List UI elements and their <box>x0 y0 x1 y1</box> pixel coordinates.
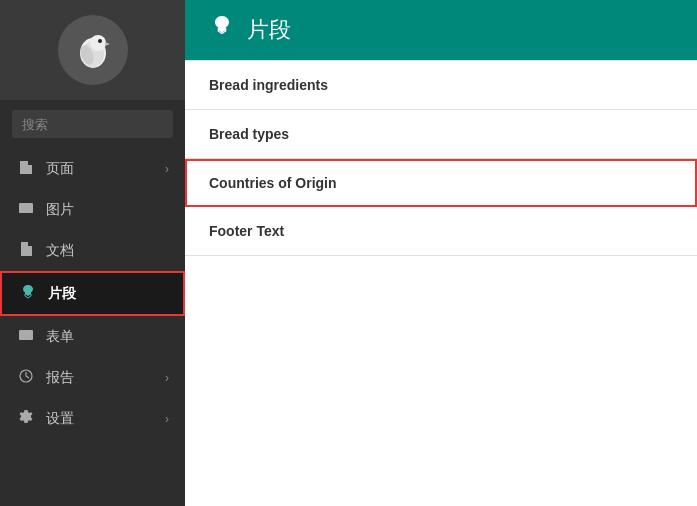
reports-arrow: › <box>165 371 169 385</box>
snippet-item-bread-ingredients[interactable]: Bread ingredients <box>185 60 697 110</box>
sidebar: 🔍 页面 › 图片 文档 片段 <box>0 0 185 506</box>
snippet-item-bread-types[interactable]: Bread types <box>185 110 697 159</box>
snippets-label: 片段 <box>48 285 167 303</box>
images-icon <box>16 200 36 219</box>
sidebar-item-settings[interactable]: 设置 › <box>0 398 185 439</box>
bird-icon <box>70 27 116 73</box>
sidebar-item-snippets[interactable]: 片段 <box>0 271 185 316</box>
svg-point-2 <box>90 35 106 51</box>
settings-icon <box>16 409 36 428</box>
header-title: 片段 <box>247 15 291 45</box>
snippet-label-bread-ingredients: Bread ingredients <box>209 77 328 93</box>
sidebar-nav: 页面 › 图片 文档 片段 表单 <box>0 148 185 506</box>
documents-icon <box>16 241 36 260</box>
logo-circle <box>58 15 128 85</box>
settings-arrow: › <box>165 412 169 426</box>
pages-label: 页面 <box>46 160 165 178</box>
main-header: 片段 <box>185 0 697 60</box>
snippet-item-footer-text[interactable]: Footer Text <box>185 207 697 256</box>
pages-icon <box>16 159 36 178</box>
snippet-label-countries-of-origin: Countries of Origin <box>209 175 337 191</box>
forms-icon <box>16 327 36 346</box>
settings-label: 设置 <box>46 410 165 428</box>
reports-icon <box>16 368 36 387</box>
header-snippets-icon <box>209 14 235 46</box>
sidebar-item-forms[interactable]: 表单 <box>0 316 185 357</box>
sidebar-item-reports[interactable]: 报告 › <box>0 357 185 398</box>
pages-arrow: › <box>165 162 169 176</box>
main-content: 片段 Bread ingredients Bread types Countri… <box>185 0 697 506</box>
reports-label: 报告 <box>46 369 165 387</box>
documents-label: 文档 <box>46 242 169 260</box>
search-bar[interactable]: 🔍 <box>12 110 173 138</box>
snippets-icon <box>18 284 38 303</box>
forms-label: 表单 <box>46 328 169 346</box>
svg-point-3 <box>98 39 102 43</box>
sidebar-item-images[interactable]: 图片 <box>0 189 185 230</box>
snippet-list-container: Bread ingredients Bread types Countries … <box>185 60 697 506</box>
search-input[interactable] <box>22 117 190 132</box>
sidebar-item-pages[interactable]: 页面 › <box>0 148 185 189</box>
svg-marker-4 <box>105 42 110 46</box>
snippet-list: Bread ingredients Bread types Countries … <box>185 60 697 256</box>
snippet-label-footer-text: Footer Text <box>209 223 284 239</box>
sidebar-logo <box>0 0 185 100</box>
snippet-item-countries-of-origin[interactable]: Countries of Origin <box>185 159 697 207</box>
snippet-label-bread-types: Bread types <box>209 126 289 142</box>
images-label: 图片 <box>46 201 169 219</box>
sidebar-item-documents[interactable]: 文档 <box>0 230 185 271</box>
